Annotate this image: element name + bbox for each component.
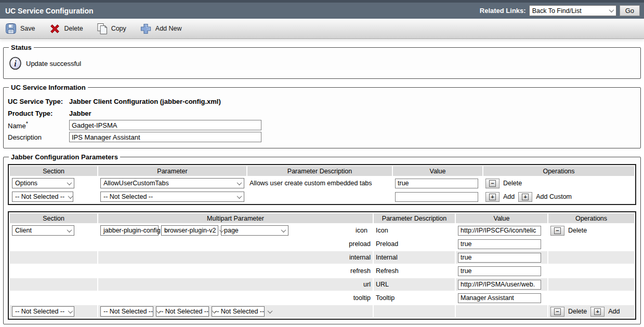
status-message: Update successful <box>26 60 81 67</box>
delete-row-button[interactable]: − <box>550 307 564 317</box>
product-type-label: Product Type: <box>8 110 69 117</box>
toolbar-add-new-label: Add New <box>155 25 182 32</box>
jabber-configuration-parameters-section: Jabber Configuration Parameters Section … <box>3 153 641 324</box>
col-header-section: Section <box>10 166 97 176</box>
value-field[interactable] <box>458 253 541 263</box>
parameter-select[interactable]: AllowUserCustomTabs <box>100 178 244 188</box>
parameter-description: URL <box>374 278 455 291</box>
uc-service-information-legend: UC Service Information <box>9 84 88 91</box>
chevron-down-icon <box>67 180 72 185</box>
parameter-description: Preload <box>374 238 455 250</box>
table-row-refresh: refresh Refresh <box>10 265 634 277</box>
multipart-part2-select[interactable]: -- Not Selected -- <box>156 306 209 317</box>
param-key-label: url <box>98 278 373 291</box>
multipart-parameters-table: Section Multipart Parameter Parameter De… <box>8 211 636 320</box>
param-key-label: internal <box>98 251 373 264</box>
info-icon: i <box>9 57 22 70</box>
parameter-description: Internal <box>374 251 455 264</box>
col-header-parameter-description: Parameter Description <box>374 213 455 223</box>
value-field[interactable] <box>458 293 541 303</box>
parameters-table: Section Parameter Parameter Description … <box>8 164 636 205</box>
value-field[interactable] <box>458 266 541 276</box>
name-field[interactable] <box>69 120 261 130</box>
chevron-down-icon <box>268 308 273 314</box>
name-label: Name* <box>8 120 69 130</box>
table-row: Options AllowUserCustomTabs Allows user … <box>10 177 634 189</box>
related-links-select[interactable]: Back To Find/List <box>529 5 616 16</box>
table-row-tooltip: tooltip Tooltip <box>10 292 634 304</box>
table-row-preload: preload Preload <box>10 238 634 250</box>
description-field[interactable] <box>69 132 261 142</box>
param-key-label: icon <box>356 227 371 234</box>
add-row-button[interactable]: + <box>485 192 500 202</box>
col-header-operations: Operations <box>483 166 634 176</box>
delete-row-label: Delete <box>568 308 587 315</box>
uc-service-type-value: Jabber Client Configuration (jabber-conf… <box>69 98 221 105</box>
add-row-label: Add <box>503 193 515 200</box>
toolbar: Save Delete Copy Add New <box>0 19 644 39</box>
table-row: -- Not Selected -- -- Not Selected -- + <box>10 190 634 203</box>
chevron-down-icon <box>67 227 72 233</box>
status-section: Status i Update successful <box>3 44 641 79</box>
section-select[interactable]: Options <box>12 178 74 188</box>
parameter-description: Allows user create custom embedded tabs <box>247 177 392 189</box>
section-select[interactable]: -- Not Selected -- <box>12 192 73 202</box>
page-title: UC Service Configuration <box>5 7 94 15</box>
related-links-selected-value: Back To Find/List <box>532 7 582 15</box>
toolbar-copy-button[interactable]: Copy <box>97 23 126 35</box>
multipart-part2-select[interactable]: browser-plugin-v2 <box>161 225 218 236</box>
chevron-down-icon <box>68 194 73 199</box>
related-links-label: Related Links: <box>480 7 526 15</box>
add-row-button[interactable]: + <box>590 307 604 317</box>
delete-row-button[interactable]: − <box>550 226 564 236</box>
multipart-part1-select[interactable]: jabber-plugin-config <box>100 225 159 236</box>
value-field[interactable] <box>395 192 478 202</box>
add-custom-row-button[interactable]: + <box>518 192 532 202</box>
jabber-configuration-parameters-legend: Jabber Configuration Parameters <box>9 153 120 161</box>
uc-service-type-label: UC Service Type: <box>8 98 69 105</box>
chevron-down-icon <box>68 308 73 314</box>
chevron-down-icon <box>237 180 242 185</box>
toolbar-delete-button[interactable]: Delete <box>49 23 83 35</box>
multipart-part3-select[interactable]: -- Not Selected -- <box>212 306 265 317</box>
value-field[interactable] <box>458 226 541 236</box>
section-select[interactable]: -- Not Selected -- <box>12 306 74 317</box>
parameter-description: Refresh <box>374 265 455 277</box>
plus-icon: + <box>489 194 496 200</box>
toolbar-delete-label: Delete <box>64 25 83 32</box>
col-header-parameter-description: Parameter Description <box>247 166 392 176</box>
status-legend: Status <box>9 44 34 51</box>
toolbar-add-new-button[interactable]: Add New <box>140 23 182 35</box>
related-links: Related Links: Back To Find/List Go <box>480 5 640 16</box>
window-header: UC Service Configuration Related Links: … <box>0 0 644 19</box>
param-key-label: preload <box>98 238 373 250</box>
required-asterisk: * <box>26 120 28 127</box>
add-row-label: Add <box>608 308 620 315</box>
toolbar-save-button[interactable]: Save <box>5 23 35 34</box>
multipart-part1-select[interactable]: -- Not Selected -- <box>100 306 153 317</box>
col-header-parameter: Parameter <box>98 166 246 176</box>
multipart-part3-select[interactable]: page <box>221 225 288 236</box>
table-row-internal: internal Internal <box>10 251 634 264</box>
section-select[interactable]: Client <box>12 225 74 236</box>
param-key-label: tooltip <box>98 292 373 304</box>
plus-icon: + <box>594 308 601 315</box>
product-type-value: Jabber <box>69 110 91 117</box>
value-field[interactable] <box>458 280 541 290</box>
chevron-down-icon <box>237 194 242 199</box>
go-button[interactable]: Go <box>620 5 640 16</box>
toolbar-copy-label: Copy <box>111 25 126 32</box>
svg-text:i: i <box>14 59 17 68</box>
delete-x-icon <box>49 23 61 35</box>
table-row-new-multipart: -- Not Selected -- -- Not Selected -- --… <box>10 305 634 318</box>
col-header-value: Value <box>393 166 482 176</box>
delete-row-button[interactable]: − <box>485 179 500 188</box>
toolbar-save-label: Save <box>20 25 35 32</box>
parameter-description: Icon <box>374 224 455 237</box>
value-field[interactable] <box>458 239 541 249</box>
table-row-url: url URL <box>10 278 634 291</box>
parameter-select[interactable]: -- Not Selected -- <box>100 192 244 202</box>
value-field[interactable] <box>395 179 478 188</box>
minus-icon: − <box>554 308 561 315</box>
parameter-description: Tooltip <box>374 292 455 304</box>
